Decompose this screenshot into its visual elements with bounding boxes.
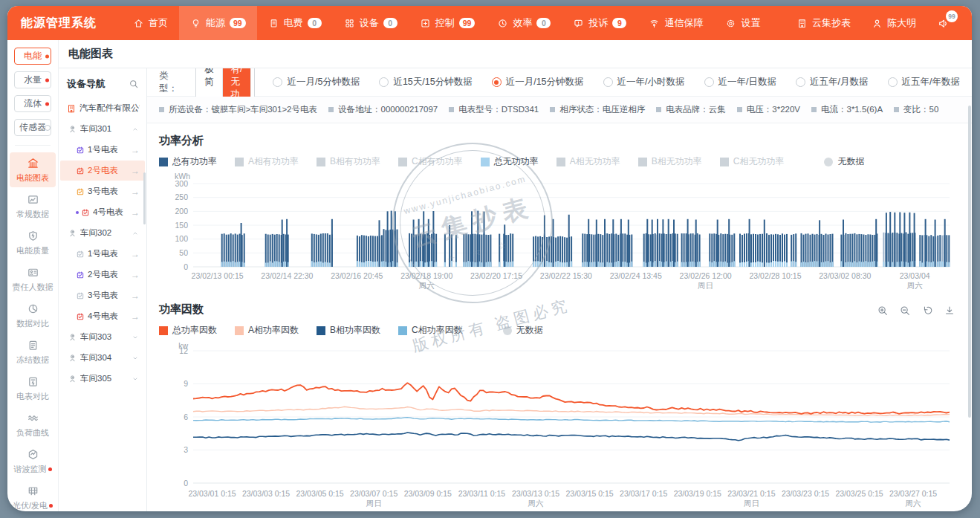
devnav-scrollbar[interactable] xyxy=(143,172,146,224)
sidebar-item-power-quality[interactable]: 电能质量 xyxy=(10,225,56,260)
topbar-user[interactable]: 陈大明 xyxy=(872,16,916,30)
goto-arrow-icon[interactable]: → xyxy=(131,145,140,155)
goto-arrow-icon[interactable]: → xyxy=(131,291,140,301)
tree-item-meter-301-4[interactable]: 4号电表→ xyxy=(60,202,145,222)
svg-text:23/02/20 17:15: 23/02/20 17:15 xyxy=(470,271,522,280)
svg-text:23/03/21 0:15: 23/03/21 0:15 xyxy=(727,489,775,498)
chart-toolbar xyxy=(877,305,955,317)
caret-up-icon[interactable] xyxy=(131,125,140,134)
nav-item-control[interactable]: 控制99 xyxy=(409,6,487,40)
notifications-button[interactable]: 99 xyxy=(937,17,950,30)
bullet-square-icon xyxy=(159,107,164,112)
caret-down-icon[interactable] xyxy=(131,375,140,383)
goto-arrow-icon[interactable]: → xyxy=(131,166,140,176)
svg-text:250: 250 xyxy=(175,192,188,201)
range-radio-0[interactable]: 近一月/5分钟数据 xyxy=(273,76,360,88)
legend-item-4[interactable]: 无数据 xyxy=(503,324,543,337)
rail-group-electricity[interactable]: 电能 xyxy=(14,48,51,65)
caret-down-icon[interactable] xyxy=(131,333,140,342)
sidebar-item-meter-compare[interactable]: 电表对比 xyxy=(10,371,56,406)
nav-badge: 0 xyxy=(308,18,322,28)
tree-item-meter-302-1[interactable]: 1号电表→ xyxy=(60,244,145,264)
sidebar-item-power-charts[interactable]: 电能图表 xyxy=(10,152,56,187)
range-radio-1[interactable]: 近15天/15分钟数据 xyxy=(379,76,472,88)
rail-group-sensor[interactable]: 传感器 xyxy=(14,119,51,136)
nav-item-settings[interactable]: 设置 xyxy=(714,6,771,40)
rail-group-fluid[interactable]: 流体 xyxy=(14,95,51,112)
tree-item-meter-302-4[interactable]: 4号电表→ xyxy=(60,306,145,326)
range-radio-5[interactable]: 近五年/月数据 xyxy=(796,76,868,88)
complaint-icon xyxy=(573,18,584,29)
zoom-in-icon[interactable] xyxy=(877,305,889,317)
legend-item-6[interactable]: B相无功功率 xyxy=(638,155,702,168)
topbar-cloud-meter-reading[interactable]: 云集抄表 xyxy=(796,16,851,30)
nav-item-home[interactable]: 首页 xyxy=(122,6,179,40)
goto-arrow-icon[interactable]: → xyxy=(131,249,140,259)
nav-item-comms[interactable]: 通信保障 xyxy=(637,6,714,40)
goto-arrow-icon[interactable]: → xyxy=(131,311,140,322)
range-radio-6[interactable]: 近五年/年数据 xyxy=(888,76,960,88)
legend-item-2[interactable]: B相有功功率 xyxy=(317,155,380,168)
search-icon[interactable] xyxy=(129,79,139,89)
legend-item-1[interactable]: A相功率因数 xyxy=(235,324,299,337)
main-scrollbar[interactable] xyxy=(968,106,971,418)
power-factor-chart[interactable]: 036912kw23/03/01 0:1523/03/03 0:1523/03/… xyxy=(159,340,958,511)
tree-item-meter-302-2[interactable]: 2号电表→ xyxy=(60,265,145,285)
tree-item-meter-301-3[interactable]: 3号电表→ xyxy=(60,181,145,201)
legend-item-2[interactable]: B相功率因数 xyxy=(317,324,380,337)
nav-item-bill[interactable]: 电费0 xyxy=(257,6,333,40)
range-radio-3[interactable]: 近一年/小时数据 xyxy=(603,76,685,88)
tree-item-company[interactable]: 汽车配件有限公司 xyxy=(60,98,145,118)
nav-item-energy[interactable]: 能源99 xyxy=(179,6,257,40)
tree-item-workshop-302[interactable]: 车间302 xyxy=(60,223,145,243)
radio-label: 近一月/5分钟数据 xyxy=(287,76,360,88)
legend-item-4[interactable]: 总无功功率 xyxy=(481,155,539,168)
legend-item-8[interactable]: 无数据 xyxy=(824,155,864,168)
radio-circle xyxy=(273,77,282,87)
caret-down-icon[interactable] xyxy=(131,354,140,363)
tree-item-workshop-305[interactable]: 车间305 xyxy=(60,369,145,389)
goto-arrow-icon[interactable]: → xyxy=(131,207,140,218)
legend-item-0[interactable]: 总有功功率 xyxy=(159,155,217,168)
caret-up-icon[interactable] xyxy=(131,229,140,238)
legend-item-3[interactable]: C相功率因数 xyxy=(398,324,463,337)
device-info-item: 设备地址：000000217097 xyxy=(328,104,438,115)
tree-item-meter-301-2[interactable]: 2号电表→ xyxy=(60,161,145,181)
rail-group-water[interactable]: 水量 xyxy=(14,71,51,88)
sidebar-item-data-compare[interactable]: 数据对比 xyxy=(10,298,56,333)
svg-text:23/03/09 0:15: 23/03/09 0:15 xyxy=(404,489,452,498)
legend-label: 总无功功率 xyxy=(494,155,539,168)
info-text: 电流：3*1.5(6)A xyxy=(821,104,883,115)
tree-item-meter-302-3[interactable]: 3号电表→ xyxy=(60,285,145,305)
nav-item-devices[interactable]: 设备0 xyxy=(333,6,409,40)
tree-item-workshop-304[interactable]: 车间304 xyxy=(60,348,145,368)
legend-item-7[interactable]: C相无功功率 xyxy=(720,155,785,168)
legend-item-3[interactable]: C相有功功率 xyxy=(398,155,463,168)
sidebar-item-harmonic-monitor[interactable]: 谐波监测 xyxy=(10,444,56,479)
radio-label: 近一年/小时数据 xyxy=(617,76,685,88)
tree-item-meter-301-1[interactable]: 1号电表→ xyxy=(60,140,145,160)
svg-text:23/03/23 0:15: 23/03/23 0:15 xyxy=(782,489,829,498)
sidebar-item-load-curve[interactable]: 负荷曲线 xyxy=(10,407,56,442)
range-radio-2[interactable]: 近一月/15分钟数据 xyxy=(492,76,584,88)
sidebar-item-frozen-data[interactable]: 冻结数据 xyxy=(10,334,56,369)
tree-item-workshop-303[interactable]: 车间303 xyxy=(60,327,145,347)
zoom-out-icon[interactable] xyxy=(899,305,911,317)
tree-item-workshop-301[interactable]: 车间301 xyxy=(60,119,145,139)
legend-item-5[interactable]: A相无功功率 xyxy=(556,155,620,168)
sidebar-item-regular-data[interactable]: 常规数据 xyxy=(10,189,56,224)
download-icon[interactable] xyxy=(944,305,955,317)
legend-item-0[interactable]: 总功率因数 xyxy=(159,324,217,337)
power-analysis-chart[interactable]: 050100150200250300kWh23/02/13 00:1523/02… xyxy=(159,172,958,289)
nav-item-complaint[interactable]: 投诉9 xyxy=(562,6,637,40)
legend-swatch xyxy=(317,326,325,335)
reset-icon[interactable] xyxy=(921,305,933,317)
nav-item-efficiency[interactable]: 效率0 xyxy=(486,6,562,40)
sidebar-item-owner-data[interactable]: 责任人数据 xyxy=(10,262,56,297)
sidebar-item-pv-generation[interactable]: 光伏/发电 xyxy=(10,480,56,511)
sidebar-item-label: 数据对比 xyxy=(16,318,49,329)
range-radio-4[interactable]: 近一年/日数据 xyxy=(704,76,776,88)
goto-arrow-icon[interactable]: → xyxy=(131,187,140,197)
legend-item-1[interactable]: A相有功功率 xyxy=(235,155,299,168)
goto-arrow-icon[interactable]: → xyxy=(131,270,140,280)
